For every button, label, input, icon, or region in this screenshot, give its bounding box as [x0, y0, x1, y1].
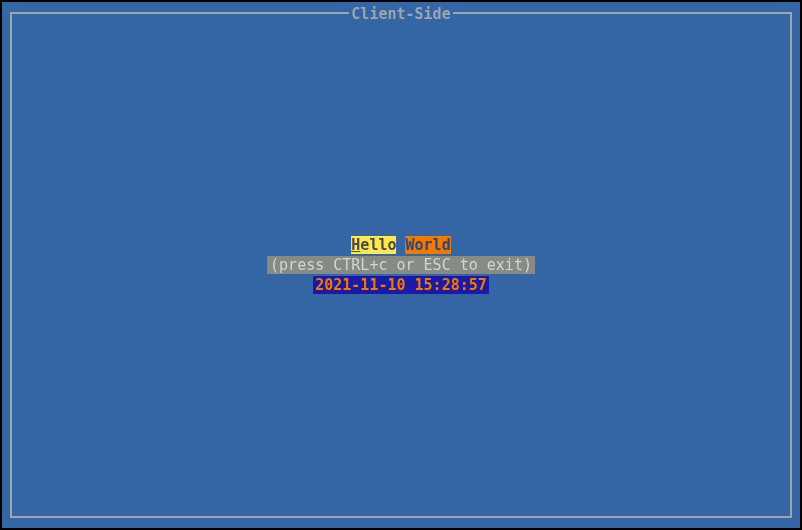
panel-title: Client-Side [349, 5, 452, 23]
hint-line: (press CTRL+c or ESC to exit) [267, 256, 535, 274]
timestamp-value: 2021-11-10 15:28:57 [313, 276, 489, 294]
hello-label: Hello [351, 236, 396, 254]
outer-frame: Client-Side Hello World (press CTRL+c or… [0, 0, 802, 530]
timestamp-line: 2021-11-10 15:28:57 [267, 276, 535, 294]
panel-border: Client-Side Hello World (press CTRL+c or… [10, 12, 792, 518]
panel-title-wrap: Client-Side [12, 5, 790, 23]
greeting-line: Hello World [267, 236, 535, 254]
hello-hotkey-char: H [351, 236, 360, 254]
exit-hint: (press CTRL+c or ESC to exit) [267, 256, 535, 274]
content-area: Hello World (press CTRL+c or ESC to exit… [267, 236, 535, 294]
world-label: World [406, 236, 451, 254]
hello-rest: ello [360, 236, 396, 254]
